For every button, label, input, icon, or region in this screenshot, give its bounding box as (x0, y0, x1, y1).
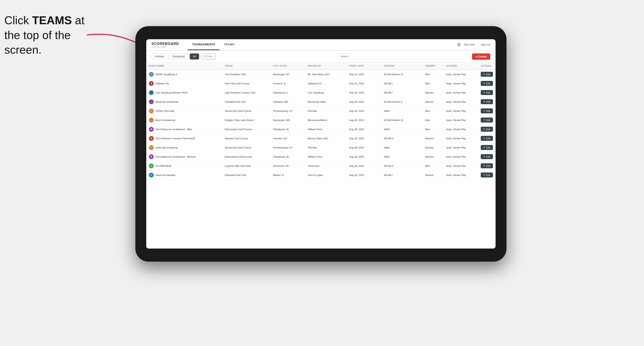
event-name-2: Carl Sandburg Women FA23 (156, 91, 188, 94)
edit-button-8[interactable]: ✏ Edit (481, 145, 493, 150)
scoring-cell-10: team, Stroke Play (444, 161, 478, 171)
city-cell-10: Vincennes, IN (270, 161, 305, 171)
team-logo-4: 🐺 (149, 109, 154, 113)
event-name-cell-9: 🏛 Fall Statesmen Invitational - Women (146, 152, 222, 161)
event-name-3: Maverick Invitational (156, 101, 178, 103)
hosted-cell-0: Mt. Saint Mary (NY) (305, 70, 347, 79)
venue-cell-6: Edmundson Golf Course (222, 125, 270, 134)
edit-button-0[interactable]: ✏ Edit (481, 72, 493, 77)
edit-button-4[interactable]: ✏ Edit (481, 108, 493, 113)
edit-icon-11: ✏ (483, 173, 485, 176)
event-name-cell-1: ♟ Highland 36 (146, 79, 222, 88)
gear-icon[interactable]: ⚙ (457, 42, 461, 47)
venue-cell-1: Park Hills Golf Course (222, 79, 270, 88)
actions-cell-9: ✏ Edit (478, 152, 496, 161)
all-filter-button[interactable]: All (190, 53, 199, 59)
toolbar: Hosting Competing All ☰ Filter + Create (146, 51, 496, 63)
tab-tournaments[interactable]: TOURNAMENTS (188, 39, 220, 50)
city-cell-9: Oskaloosa, IA (270, 152, 305, 161)
gender-cell-8: Women (423, 143, 444, 152)
filter-button[interactable]: ☰ Filter (201, 53, 216, 59)
event-name-10: VU PREVIEW (156, 165, 171, 167)
table-header-row: EVENT NAME VENUE CITY, STATE HOSTED BY S… (146, 63, 496, 70)
edit-button-11[interactable]: ✏ Edit (481, 173, 493, 177)
table-row: 🔱 VU PREVIEW Cypress Hills Golf Club Vin… (146, 161, 496, 171)
edit-icon-10: ✏ (483, 165, 485, 167)
logo-sub: Powered by clippit (152, 46, 179, 48)
venue-cell-5: Ruttger's Bay Lake Resort (222, 116, 270, 125)
hosted-cell-3: Minnesota State (305, 97, 347, 106)
scoring-cell-2: team, Stroke Play (444, 88, 478, 97)
tab-teams[interactable]: TEAMS (220, 39, 239, 50)
event-name-cell-5: 🦊 Morris Invitational (146, 116, 222, 125)
edit-button-2[interactable]: ✏ Edit (481, 90, 493, 95)
edit-icon-8: ✏ (483, 146, 485, 149)
table-row: 🏛 Fall Statesmen Invitational - Women Ed… (146, 152, 496, 161)
scoring-cell-4: team, Stroke Play (444, 106, 478, 116)
user-name: Test User (464, 43, 475, 46)
hosted-cell-11: John A Logan (305, 171, 347, 180)
venue-cell-2: Lake Bracken Country Club (222, 88, 270, 97)
team-logo-6: 🏛 (149, 127, 154, 132)
event-name-cell-2: 🎓 Carl Sandburg Women FA23 (146, 88, 222, 97)
hosting-filter-button[interactable]: Hosting (152, 53, 167, 59)
edit-button-5[interactable]: ✏ Edit (481, 118, 493, 123)
city-cell-7: Hesston, KS (270, 134, 305, 143)
actions-cell-4: ✏ Edit (478, 106, 496, 116)
gender-cell-2: Women (423, 88, 444, 97)
hosted-cell-9: William Penn (305, 152, 347, 161)
edit-icon-2: ✏ (483, 91, 485, 94)
event-name-cell-10: 🔱 VU PREVIEW (146, 161, 222, 171)
table-row: 🦅 Maverick Invitational Faribault Golf C… (146, 97, 496, 106)
division-cell-6: NAIA (381, 125, 423, 134)
logo-area: SCOREBOARD Powered by clippit (152, 42, 179, 48)
hosted-cell-8: Pikeville (305, 143, 347, 152)
scoring-cell-9: team, Stroke Play (444, 152, 478, 161)
date-cell-8: Aug 28, 2023 (347, 143, 382, 152)
city-cell-0: Newburgh, NY (270, 70, 305, 79)
edit-button-1[interactable]: ✏ Edit (481, 81, 493, 86)
actions-cell-3: ✏ Edit (478, 97, 496, 106)
division-cell-10: NICAA II (381, 161, 423, 171)
city-cell-4: Prestonsburg, KY (270, 106, 305, 116)
event-name-cell-4: 🐺 UPIKE Fall Invite (146, 106, 222, 116)
create-button[interactable]: + Create (472, 53, 490, 60)
actions-cell-5: ✏ Edit (478, 116, 496, 125)
event-name-7: 2023 Women's Hesston Fall Kickoff (156, 137, 195, 140)
col-header-hosted-by: HOSTED BY (305, 63, 347, 70)
edit-button-9[interactable]: ✏ Edit (481, 154, 493, 159)
division-cell-8: NAIA (381, 143, 423, 152)
date-cell-1: Aug 25, 2023 (347, 79, 382, 88)
actions-cell-7: ✏ Edit (478, 134, 496, 143)
event-name-cell-11: ⚡ Klash at Kokopelli (146, 171, 222, 180)
edit-icon-7: ✏ (483, 137, 485, 140)
top-nav: SCOREBOARD Powered by clippit TOURNAMENT… (146, 39, 496, 51)
hosted-cell-5: Minnesota-Morris (305, 116, 347, 125)
event-name-1: Highland 36 (156, 82, 169, 85)
table-container: EVENT NAME VENUE CITY, STATE HOSTED BY S… (146, 63, 496, 249)
edit-button-10[interactable]: ✏ Edit (481, 163, 493, 168)
division-cell-0: NCAA Division III (381, 70, 423, 79)
edit-button-6[interactable]: ✏ Edit (481, 127, 493, 132)
gender-cell-10: Men (423, 161, 444, 171)
scoring-cell-11: team, Stroke Play (444, 171, 478, 180)
team-logo-0: ⛳ (149, 72, 154, 77)
edit-icon-4: ✏ (483, 109, 485, 112)
division-cell-9: NAIA (381, 152, 423, 161)
venue-cell-0: The Powelton Club (222, 70, 270, 79)
city-cell-2: Galesburg, IL (270, 88, 305, 97)
event-name-9: Fall Statesmen Invitational - Women (156, 156, 196, 158)
date-cell-5: Aug 28, 2023 (347, 116, 382, 125)
competing-filter-button[interactable]: Competing (169, 53, 188, 59)
gender-cell-9: Women (423, 152, 444, 161)
sign-out-link[interactable]: Sign out (481, 43, 490, 46)
event-name-cell-7: 🎯 2023 Women's Hesston Fall Kickoff (146, 134, 222, 143)
division-cell-3: NCAA Division II (381, 97, 423, 106)
edit-button-3[interactable]: ✏ Edit (481, 99, 493, 104)
team-logo-9: 🏛 (149, 154, 154, 159)
actions-cell-1: ✏ Edit (478, 79, 496, 88)
edit-button-7[interactable]: ✏ Edit (481, 136, 493, 141)
actions-cell-8: ✏ Edit (478, 143, 496, 152)
col-header-division: DIVISION (381, 63, 423, 70)
search-input[interactable] (338, 53, 468, 60)
